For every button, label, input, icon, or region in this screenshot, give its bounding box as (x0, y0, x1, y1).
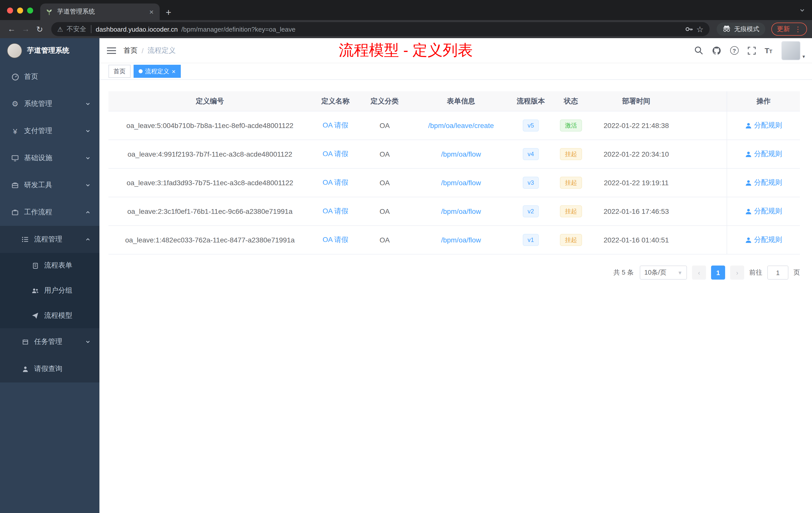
status-badge: 挂起 (560, 205, 582, 217)
deploy-time: 2022-01-22 19:19:11 (592, 179, 680, 187)
not-secure-label[interactable]: 不安全 (66, 25, 86, 34)
select-caret-icon: ▼ (677, 270, 683, 275)
pagination-total: 共 5 条 (613, 268, 634, 277)
chevron-down-icon (85, 128, 90, 133)
definition-id: oa_leave:1:482ec033-762a-11ec-8477-a2380… (109, 236, 311, 244)
chevron-down-icon (85, 156, 90, 161)
assign-rule-link[interactable]: 分配规则 (745, 150, 782, 159)
new-tab-button[interactable]: + (166, 7, 171, 17)
sidebar-item-home[interactable]: 首页 (0, 63, 99, 90)
tab-favicon (45, 8, 53, 15)
close-window-button[interactable] (7, 7, 13, 13)
assign-rule-link[interactable]: 分配规则 (745, 121, 782, 130)
table-row: oa_leave:3:1fad3d93-7b75-11ec-a3c8-acde4… (109, 169, 800, 197)
definition-category: OA (359, 150, 410, 158)
help-icon[interactable]: ? (730, 46, 738, 55)
breadcrumb-home[interactable]: 首页 (123, 46, 138, 55)
tag-process-definition[interactable]: 流程定义 × (134, 65, 180, 78)
reload-button[interactable]: ↻ (33, 23, 46, 36)
avatar[interactable] (781, 41, 801, 60)
font-size-icon[interactable]: TT (764, 46, 772, 55)
minimize-window-button[interactable] (17, 7, 23, 13)
active-tag-dot (139, 69, 143, 73)
chevron-down-icon (85, 339, 90, 344)
sidebar-item-user-group[interactable]: 用户分组 (0, 278, 99, 303)
definition-name-link[interactable]: OA 请假 (323, 150, 348, 158)
page-size-select[interactable]: 10条/页 ▼ (640, 266, 687, 280)
sidebar-item-process-model[interactable]: 流程模型 (0, 303, 99, 328)
document-icon (31, 262, 39, 269)
password-key-icon[interactable] (685, 25, 693, 33)
sidebar-item-process-form[interactable]: 流程表单 (0, 253, 99, 278)
sidebar-item-system-mgmt[interactable]: ⚙ 系统管理 (0, 90, 99, 117)
chrome-update-button[interactable]: 更新 ⋮ (771, 23, 807, 36)
page-number-1[interactable]: 1 (711, 266, 725, 280)
chevron-up-icon (85, 210, 90, 215)
github-icon[interactable] (712, 46, 721, 55)
browser-tab-strip: 芋道管理系统 × + (0, 0, 812, 20)
form-info-link[interactable]: /bpm/oa/flow (441, 236, 481, 244)
assign-rule-link[interactable]: 分配规则 (745, 235, 782, 244)
table-row: oa_leave:4:991f2193-7b7f-11ec-a3c8-acde4… (109, 140, 800, 169)
avatar-caret-icon[interactable]: ▾ (803, 54, 805, 60)
url-omnibox[interactable]: ⚠ 不安全 dashboard.yudao.iocoder.cn/bpm/man… (51, 22, 709, 36)
paper-plane-icon (31, 312, 39, 319)
col-definition-name: 定义名称 (311, 97, 359, 105)
tab-close-icon[interactable]: × (148, 8, 155, 16)
form-info-link[interactable]: /bpm/oa/flow (441, 179, 481, 187)
status-badge: 挂起 (560, 177, 582, 189)
browser-menu-kebab-icon[interactable]: ⋮ (794, 26, 802, 33)
definition-name-link[interactable]: OA 请假 (323, 207, 348, 215)
sidebar-logo[interactable]: 芋道管理系统 (0, 38, 99, 63)
sidebar-item-task-mgmt[interactable]: 任务管理 (0, 328, 99, 355)
definition-category: OA (359, 179, 410, 187)
tag-close-icon[interactable]: × (172, 68, 175, 74)
tag-home[interactable]: 首页 (109, 65, 130, 78)
assign-rule-link[interactable]: 分配规则 (745, 207, 782, 216)
forward-button[interactable]: → (19, 23, 32, 36)
sidebar-item-infrastructure[interactable]: 基础设施 (0, 145, 99, 172)
sidebar-item-payment-mgmt[interactable]: ¥ 支付管理 (0, 117, 99, 145)
definition-name-link[interactable]: OA 请假 (323, 121, 348, 129)
update-label[interactable]: 更新 (777, 25, 790, 34)
sidebar-item-dev-tools[interactable]: 研发工具 (0, 172, 99, 199)
user-icon (745, 179, 752, 186)
next-page-button[interactable]: › (730, 266, 744, 280)
assign-rule-link[interactable]: 分配规则 (745, 178, 782, 187)
status-badge: 挂起 (560, 234, 582, 246)
definition-id: oa_leave:5:004b710b-7b8a-11ec-8ef0-acde4… (109, 121, 311, 129)
tab-search-chevron-icon[interactable] (800, 6, 805, 15)
fullscreen-icon[interactable] (748, 47, 755, 55)
definition-name-link[interactable]: OA 请假 (323, 178, 348, 186)
sidebar-collapse-icon[interactable] (99, 38, 123, 63)
form-info-link[interactable]: /bpm/oa/flow (441, 150, 481, 158)
version-badge: v4 (522, 148, 539, 160)
goto-label: 前往 (749, 268, 762, 277)
sidebar-item-leave-query[interactable]: 请假查询 (0, 355, 99, 383)
main-content: 定义编号 定义名称 定义分类 表单信息 流程版本 状态 部署时间 操作 oa_l… (99, 80, 812, 513)
zoom-window-button[interactable] (27, 7, 33, 13)
bookmark-star-icon[interactable]: ☆ (696, 24, 703, 34)
definition-name-link[interactable]: OA 请假 (323, 235, 348, 243)
sidebar: 芋道管理系统 首页 ⚙ 系统管理 ¥ 支付管理 (0, 38, 99, 513)
form-info-link[interactable]: /bpm/oa/flow (441, 207, 481, 215)
col-form-info: 表单信息 (410, 97, 512, 105)
user-avatar-wrap[interactable]: ▾ (781, 41, 805, 60)
search-icon[interactable] (694, 46, 703, 55)
not-secure-warning-icon: ⚠ (57, 25, 63, 33)
browser-tab[interactable]: 芋道管理系统 × (40, 3, 160, 20)
prev-page-button[interactable]: ‹ (692, 266, 706, 280)
sidebar-item-process-mgmt[interactable]: 流程管理 (0, 226, 99, 253)
omnibox-divider (91, 25, 91, 33)
table-row: oa_leave:2:3c1f0ef1-76b1-11ec-9c66-a2380… (109, 197, 800, 226)
sidebar-item-workflow[interactable]: 工作流程 (0, 199, 99, 226)
status-badge: 挂起 (560, 148, 582, 160)
user-icon (745, 122, 752, 129)
back-button[interactable]: ← (5, 23, 18, 36)
page-unit-label: 页 (793, 268, 800, 277)
toolbox-icon (11, 182, 19, 189)
goto-page-input[interactable] (767, 266, 788, 280)
form-info-link[interactable]: /bpm/oa/leave/create (428, 121, 494, 129)
briefcase-icon (11, 209, 19, 216)
incognito-badge: 无痕模式 (717, 23, 765, 36)
